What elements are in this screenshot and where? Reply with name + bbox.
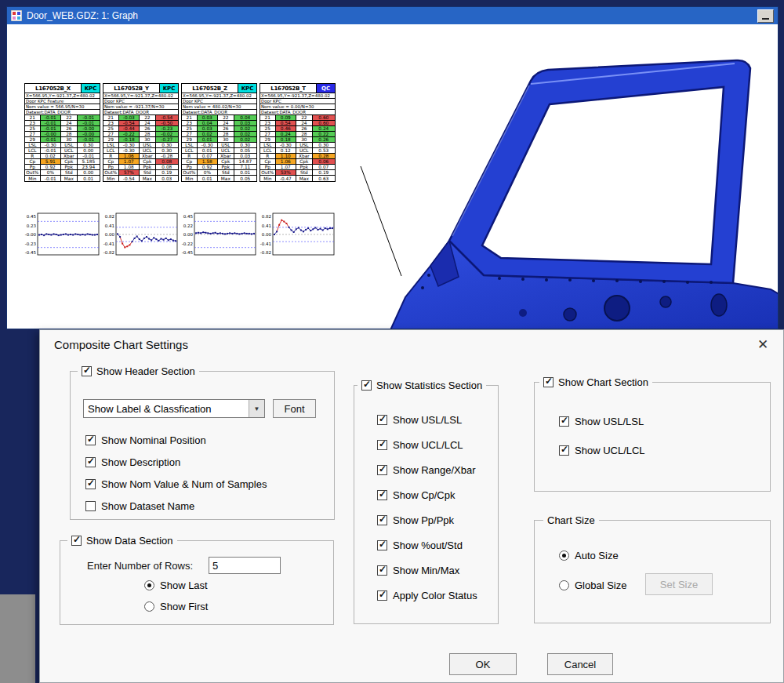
ok-button[interactable]: OK [449, 653, 517, 675]
table-cell: -0.01 [41, 115, 61, 120]
checkbox-icon[interactable] [559, 416, 569, 427]
checkbox-icon[interactable] [377, 565, 387, 576]
table-row: Cp1.06Cpk0.06 [260, 159, 335, 165]
radio-icon[interactable] [559, 550, 569, 561]
cancel-button[interactable]: Cancel [547, 653, 613, 675]
radio-icon[interactable] [559, 580, 569, 590]
table-cell: -0.22 [119, 132, 140, 136]
checkbox-icon[interactable] [377, 490, 387, 500]
header-style-dropdown[interactable]: Show Label & Classfication ▼ [83, 399, 265, 418]
header-option-show-nom-value-num-of-samples[interactable]: Show Nom Value & Num of Samples [85, 473, 267, 495]
header-section-toggle[interactable]: Show Header Section [78, 365, 199, 377]
checkbox-icon[interactable] [361, 380, 372, 391]
statistics-option-apply-color-status[interactable]: Apply Color Status [377, 583, 477, 608]
checkbox-label: Show USL/LSL [393, 414, 462, 426]
data-order-show-last[interactable]: Show Last [144, 576, 208, 594]
statistics-option-show-ucl-lcl[interactable]: Show UCL/LCL [377, 432, 477, 457]
table-cell: LCL [260, 148, 276, 153]
checkbox-icon[interactable] [377, 515, 387, 525]
table-cell: R [182, 154, 198, 158]
chart-option-show-usl-lsl[interactable]: Show USL/LSL [559, 407, 645, 436]
chevron-down-icon[interactable]: ▼ [249, 400, 264, 417]
statistics-option-show-pp-ppk[interactable]: Show Pp/Ppk [377, 507, 477, 532]
checkbox-icon[interactable] [377, 465, 387, 475]
table-row: R0.02Xbar-0.01 [25, 154, 100, 159]
chart-option-show-ucl-lcl[interactable]: Show UCL/LCL [559, 436, 645, 465]
graph-client-area: L167052B_XKPCX=566.95,Y=-921.37,Z=480.02… [7, 24, 778, 329]
checkbox-icon[interactable] [85, 501, 96, 511]
feature-name: L167052B_T [260, 84, 316, 93]
table-row: R0.07Xbar0.03 [182, 154, 256, 159]
checkbox-label: Show Min/Max [393, 565, 459, 576]
header-option-show-description[interactable]: Show Description [85, 451, 267, 473]
checkbox-icon[interactable] [82, 366, 92, 376]
table-row: 210.09220.60 [260, 115, 335, 121]
table-cell: Min [182, 176, 198, 181]
chart-section-toggle[interactable]: Show Chart Section [539, 376, 652, 388]
table-cell: 21 [182, 115, 198, 120]
svg-text:-0.45: -0.45 [25, 250, 37, 255]
statistics-option-show-out-std[interactable]: Show %out/Std [377, 532, 477, 558]
statistics-option-show-range-xbar[interactable]: Show Range/Xbar [377, 457, 477, 482]
table-cell: 0.24 [313, 126, 335, 131]
chart-size-global-size[interactable]: Global Size [559, 576, 626, 594]
checkbox-icon[interactable] [85, 457, 96, 467]
table-cell: UCL [140, 148, 156, 153]
header-option-show-dataset-name[interactable]: Show Dataset Name [85, 495, 267, 517]
window-titlebar[interactable]: Door_WEB.GDZ: 1: Graph [7, 7, 778, 24]
table-cell: 1.07 [276, 165, 296, 169]
checkbox-icon[interactable] [377, 440, 387, 450]
checkbox-icon[interactable] [85, 435, 96, 445]
header-option-show-nominal-position[interactable]: Show Nominal Position [85, 429, 267, 451]
svg-text:0.22: 0.22 [183, 223, 193, 228]
checkbox-label: Show Cp/Cpk [393, 489, 455, 501]
radio-icon[interactable] [144, 580, 154, 590]
table-cell: 23 [103, 121, 119, 125]
checkbox-icon[interactable] [71, 536, 82, 546]
radio-label: Show First [160, 601, 208, 612]
table-info: X=566.95,Y=-921.37,Z=480.02 [182, 93, 256, 99]
table-row: Cp5.91Cpk5.185 [25, 159, 100, 165]
table-cell: Cp [182, 159, 198, 164]
table-cell: 0.01 [198, 137, 218, 142]
checkbox-icon[interactable] [543, 377, 554, 387]
table-cell: -0.44 [119, 126, 140, 131]
table-cell: -0.01 [78, 121, 100, 125]
statistics-option-show-usl-lsl[interactable]: Show USL/LSL [377, 407, 477, 432]
chart-size-auto-size[interactable]: Auto Size [559, 547, 626, 564]
table-cell: 5.91 [41, 159, 61, 164]
radio-icon[interactable] [144, 601, 154, 612]
minimize-button[interactable] [757, 9, 774, 23]
font-button[interactable]: Font [273, 399, 316, 418]
data-section-toggle[interactable]: Show Data Section [67, 535, 177, 547]
checkbox-icon[interactable] [377, 415, 387, 425]
close-icon[interactable]: ✕ [753, 336, 772, 354]
table-row: Cp1.58Cpk14.87 [182, 159, 256, 165]
table-cell: 0.30 [313, 143, 335, 147]
table-cell: 29 [182, 137, 198, 142]
classification-badge: KPC [238, 84, 256, 93]
statistics-section-toggle[interactable]: Show Statistics Section [358, 380, 486, 391]
table-cell: Out% [182, 170, 198, 175]
table-cell: -0.47 [276, 176, 296, 181]
rows-input[interactable] [209, 557, 281, 574]
table-cell: 0.07 [198, 154, 218, 158]
checkbox-icon[interactable] [559, 445, 569, 456]
table-cell: R [25, 154, 41, 158]
checkbox-label: Show UCL/LCL [575, 445, 645, 456]
checkbox-icon[interactable] [377, 590, 387, 601]
data-order-show-first[interactable]: Show First [144, 598, 208, 615]
table-row: Cp1.07Cpk0.08 [103, 159, 178, 165]
table-cell: 21 [103, 115, 119, 120]
table-cell: 0.22 [313, 132, 335, 136]
table-cell: 1.58 [198, 159, 218, 164]
statistics-option-show-cp-cpk[interactable]: Show Cp/Cpk [377, 482, 477, 507]
statistics-option-show-min-max[interactable]: Show Min/Max [377, 558, 477, 583]
checkbox-icon[interactable] [377, 540, 387, 550]
table-row: Out%0%Std0.00 [25, 170, 100, 176]
rows-label: Enter Number of Rows: [87, 560, 193, 572]
svg-text:-0.00: -0.00 [25, 232, 37, 237]
table-cell: -0.00 [78, 126, 100, 131]
checkbox-icon[interactable] [85, 479, 96, 489]
table-cell: 26 [61, 126, 78, 131]
